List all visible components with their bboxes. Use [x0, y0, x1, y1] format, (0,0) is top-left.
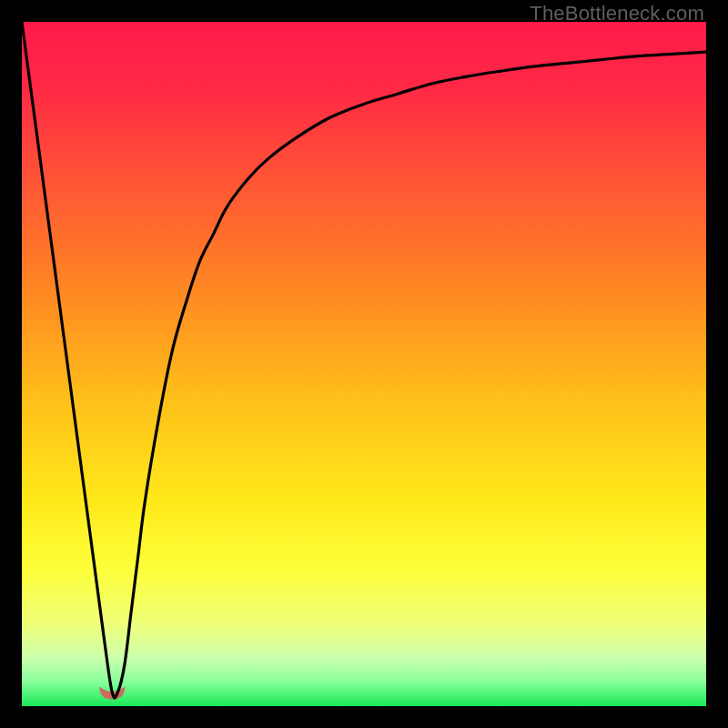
watermark-text: TheBottleneck.com [530, 2, 704, 25]
gradient-background [22, 22, 706, 706]
chart-svg [22, 22, 706, 706]
chart-frame [22, 22, 706, 706]
